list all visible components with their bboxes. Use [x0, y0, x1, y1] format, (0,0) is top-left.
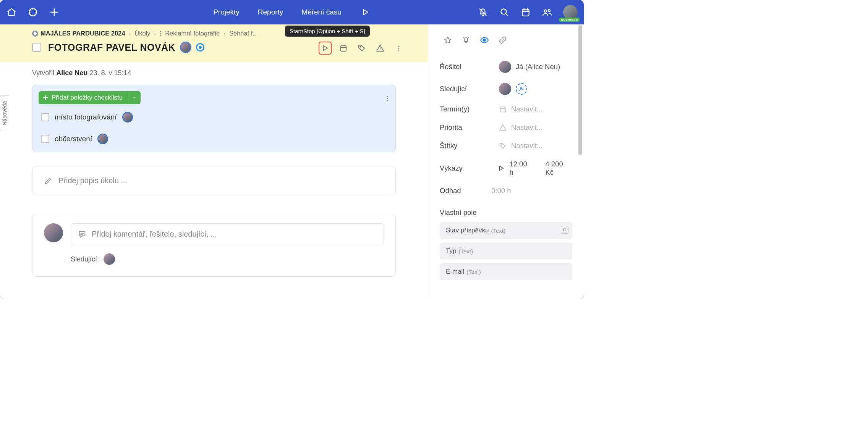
checklist-more-button[interactable] — [387, 92, 389, 101]
add-checklist-dropdown[interactable] — [128, 93, 141, 103]
nav-reports[interactable]: Reporty — [258, 8, 283, 16]
followers-label: Sledující — [440, 85, 499, 93]
checklist-item[interactable]: místo fotografování — [39, 108, 389, 126]
svg-line-3 — [506, 14, 508, 16]
assignee-value[interactable]: Já (Alice Neu) — [499, 61, 560, 73]
field-badge: C — [561, 226, 568, 234]
add-follower-button[interactable] — [516, 83, 527, 95]
breadcrumb-tasks[interactable]: Úkoly — [134, 30, 150, 37]
task-header: MAJÁLES PARDUBICE 2024 › Úkoly › Reklamn… — [0, 24, 428, 62]
nav-timetracking[interactable]: Měření času — [301, 8, 342, 16]
play-icon[interactable] — [360, 7, 371, 18]
star-icon[interactable] — [443, 35, 453, 45]
checklist-item-avatar[interactable] — [97, 134, 108, 144]
main-panel: MAJÁLES PARDUBICE 2024 › Úkoly › Reklamn… — [0, 24, 428, 299]
svg-rect-21 — [500, 107, 505, 112]
notifications-icon[interactable] — [478, 7, 488, 18]
svg-point-16 — [380, 50, 381, 50]
breadcrumb-project[interactable]: MAJÁLES PARDUBICE 2024 — [32, 30, 125, 37]
tag-button[interactable] — [355, 42, 368, 55]
dates-value[interactable]: Nastavit... — [499, 105, 542, 113]
chevron-right-icon: › — [223, 31, 225, 37]
play-icon — [497, 164, 505, 172]
comment-card: Přidej komentář, řešitele, sledující, ..… — [32, 214, 396, 277]
svg-point-23 — [501, 144, 502, 145]
user-avatar — [44, 223, 63, 242]
top-nav: Projekty Reporty Měření času BUSINESS — [0, 0, 584, 24]
watch-icon[interactable] — [479, 35, 489, 45]
checklist-item-avatar[interactable] — [122, 112, 133, 123]
user-avatar[interactable]: BUSINESS — [563, 5, 578, 19]
avatar — [499, 61, 511, 73]
reports-value[interactable]: 12:00 h 4 200 Kč — [497, 160, 572, 177]
custom-field[interactable]: Typ(Text) — [440, 243, 572, 260]
reminder-icon[interactable] — [461, 35, 471, 45]
side-panel: Řešitel Já (Alice Neu) Sledující Termín(… — [428, 24, 584, 299]
priority-button[interactable] — [374, 42, 387, 55]
start-stop-button[interactable]: Start/Stop [Option + Shift + S] — [319, 42, 332, 55]
breadcrumb-current[interactable]: Sehnat f... — [229, 30, 258, 37]
pencil-icon — [44, 177, 52, 185]
task-complete-checkbox[interactable] — [32, 43, 41, 52]
checklist-item-label: občerstvení — [55, 135, 92, 143]
reports-label: Výkazy — [440, 164, 497, 173]
custom-fields-heading: Vlastní pole — [440, 208, 572, 217]
status-dot-icon[interactable] — [196, 43, 204, 52]
checklist-item-label: místo fotografování — [55, 113, 117, 121]
tooltip: Start/Stop [Option + Shift + S] — [285, 26, 370, 37]
checklist: Přidat položky checklistu místo fotograf… — [32, 85, 396, 152]
calendar-icon — [499, 105, 507, 113]
priority-label: Priorita — [440, 123, 499, 132]
follower-avatar[interactable] — [104, 253, 115, 265]
estimate-label: Odhad — [440, 187, 499, 195]
comment-followers: Sledující: — [71, 253, 384, 265]
dates-label: Termín(y) — [440, 105, 499, 113]
scrollbar[interactable] — [578, 25, 583, 298]
assignee-avatar[interactable] — [180, 42, 191, 53]
checklist-item[interactable]: občerstvení — [39, 130, 389, 148]
task-title[interactable]: FOTOGRAF PAVEL NOVÁK — [48, 42, 175, 53]
svg-point-19 — [483, 39, 486, 41]
estimate-value[interactable]: 0:00 h — [491, 187, 511, 195]
people-icon[interactable] — [542, 7, 552, 18]
comment-input[interactable]: Přidej komentář, řešitele, sledující, ..… — [71, 223, 384, 245]
custom-field[interactable]: E-mail(Text) — [440, 263, 572, 280]
calendar-button[interactable] — [337, 42, 350, 55]
nav-projects[interactable]: Projekty — [213, 8, 240, 16]
svg-point-8 — [544, 10, 547, 13]
description-input[interactable]: Přidej popis úkolu ... — [32, 166, 396, 195]
more-icon[interactable] — [160, 31, 161, 36]
chevron-right-icon: › — [129, 31, 131, 37]
comment-icon — [78, 230, 86, 239]
follower-avatar[interactable] — [499, 83, 511, 95]
svg-point-14 — [360, 46, 361, 47]
priority-value[interactable]: Nastavit... — [499, 123, 542, 132]
custom-field[interactable]: Stav příspěvku(Text) C — [440, 222, 572, 239]
tags-label: Štítky — [440, 142, 499, 150]
tags-value[interactable]: Nastavit... — [499, 142, 542, 150]
chevron-right-icon: › — [154, 31, 156, 37]
assignee-label: Řešitel — [440, 63, 499, 71]
home-icon[interactable] — [6, 7, 17, 18]
link-icon[interactable] — [498, 35, 508, 45]
plan-badge: BUSINESS — [559, 18, 580, 22]
add-checklist-button[interactable]: Přidat položky checklistu — [39, 91, 141, 104]
created-meta: Vytvořil Alice Neu 23. 8. v 15:14 — [0, 62, 428, 77]
search-icon[interactable] — [499, 7, 510, 18]
help-tab[interactable]: Nápověda — [0, 95, 9, 131]
more-actions-button[interactable] — [392, 42, 405, 55]
tag-icon — [499, 142, 507, 150]
checklist-item-checkbox[interactable] — [41, 135, 49, 143]
svg-point-20 — [520, 87, 522, 89]
add-icon[interactable] — [49, 7, 60, 18]
checklist-item-checkbox[interactable] — [41, 113, 49, 121]
settings-wheel-icon[interactable] — [28, 7, 38, 18]
svg-rect-10 — [341, 46, 347, 52]
calendar-icon[interactable] — [520, 7, 531, 18]
warning-icon — [499, 124, 507, 131]
svg-point-9 — [548, 10, 550, 11]
svg-rect-4 — [522, 9, 529, 16]
breadcrumb-parent[interactable]: Reklamní fotografie — [165, 30, 220, 37]
nav-center: Projekty Reporty Měření času — [213, 7, 371, 18]
